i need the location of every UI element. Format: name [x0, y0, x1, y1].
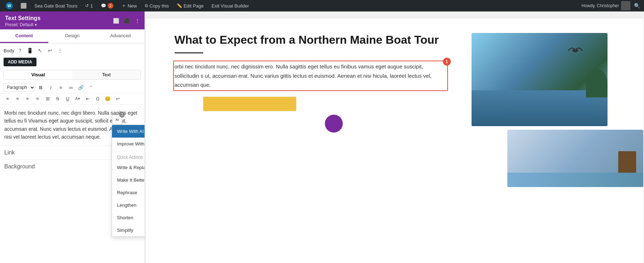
images-column — [457, 33, 629, 187]
left-panel: Text Settings Preset: Default ▾ ⬜ ⬛ ⋮ Co… — [0, 11, 145, 263]
rephrase-item[interactable]: Rephrase — [112, 186, 145, 199]
background-label: Background — [4, 163, 35, 169]
help-icon[interactable]: ? — [16, 46, 24, 55]
visual-tab[interactable]: Visual — [4, 70, 72, 79]
text-tab[interactable]: Text — [72, 70, 141, 79]
expand-icon[interactable]: ⬛ — [122, 16, 131, 25]
indent-left-btn[interactable]: ⇤ — [83, 94, 92, 103]
mobile-icon[interactable]: 📱 — [26, 46, 34, 55]
underline-btn[interactable]: U — [63, 94, 72, 103]
link-btn[interactable]: 🔗 — [76, 83, 86, 92]
yellow-bar — [203, 97, 296, 111]
emoji-btn[interactable]: 😊 — [103, 94, 112, 103]
align-left-btn[interactable]: ≡ — [3, 94, 12, 103]
undo2-btn[interactable]: ↩ — [113, 94, 122, 103]
ai-dropdown: Write With AI Improve With AI Quick Acti… — [112, 125, 145, 237]
bird-icon — [565, 44, 586, 61]
article-body: 1 orbi nec tincidunt nunc, nec dignissim… — [175, 62, 447, 90]
special-char-btn[interactable]: Ω — [93, 94, 102, 103]
top-bar-right: Howdy, Christopher 🔍 — [582, 1, 641, 10]
minimize-icon[interactable]: ⬜ — [112, 16, 120, 25]
wp-logo: W — [6, 2, 13, 9]
visual-text-tabs: Visual Text — [4, 70, 141, 80]
lengthen-item[interactable]: Lengthen — [112, 199, 145, 211]
trees-bg — [586, 69, 608, 97]
ordered-list-btn[interactable]: ≔ — [66, 83, 75, 92]
app-layout: Text Settings Preset: Default ▾ ⬜ ⬛ ⋮ Co… — [0, 11, 644, 263]
cursor-icon[interactable]: ↖ — [36, 46, 44, 55]
text-column: What to Expect from a Northern Maine Boa… — [175, 33, 457, 187]
table-btn[interactable]: ⊞ — [43, 94, 52, 103]
title-underline — [175, 52, 203, 53]
undo-icon[interactable]: ↩ — [46, 46, 54, 55]
align-center-btn[interactable]: ≡ — [13, 94, 22, 103]
top-bar: W Sea Gate Boat Tours ↺ 1 💬 2 ＋ New ⧉ Co… — [0, 0, 644, 11]
strikethrough-btn[interactable]: S — [53, 94, 62, 103]
more-options-icon[interactable]: ⋮ — [56, 46, 64, 55]
image-top — [472, 33, 608, 126]
water-reflection — [507, 173, 643, 187]
content-area: What to Expect from a Northern Maine Boa… — [146, 19, 643, 201]
copy-this-btn[interactable]: ⧉ Copy this — [142, 0, 172, 11]
quick-actions-label: Quick Actions — [112, 152, 145, 161]
format-toolbar2: ≡ ≡ ≡ ≡ ⊞ S U A▾ ⇤ Ω 😊 ↩ — [0, 94, 145, 105]
bold-btn[interactable]: B — [36, 83, 45, 92]
badge-2: 2 — [119, 112, 125, 118]
page-canvas: What to Expect from a Northern Maine Boa… — [146, 19, 643, 263]
blockquote-btn[interactable]: " — [86, 83, 96, 92]
write-with-ai-item[interactable]: Write With AI — [112, 125, 145, 138]
align-right-btn[interactable]: ≡ — [23, 94, 32, 103]
body-toolbar-row: Body ? 📱 ↖ ↩ ⋮ — [0, 43, 145, 56]
align-justify-btn[interactable]: ≡ — [33, 94, 42, 103]
ai-btn-container: AI 2 — [112, 115, 122, 125]
image-bottom — [507, 130, 643, 187]
edit-page-btn[interactable]: ✏️ Edit Page — [174, 0, 206, 11]
article-title: What to Expect from a Northern Maine Boa… — [175, 33, 447, 47]
add-media-button[interactable]: ADD MEDIA — [4, 58, 36, 66]
italic-btn[interactable]: I — [46, 83, 55, 92]
improve-with-ai-item[interactable]: Improve With AI — [112, 138, 145, 150]
make-it-better-item[interactable]: Make It Better — [112, 174, 145, 186]
tab-advanced[interactable]: Advanced — [96, 29, 145, 43]
site-name[interactable]: Sea Gate Boat Tours — [31, 0, 80, 11]
color-btn[interactable]: A▾ — [73, 94, 82, 103]
format-toolbar: Paragraph B I ≡ ≔ 🔗 " — [0, 82, 145, 94]
purple-circle — [325, 115, 343, 133]
write-replace-item[interactable]: Write & Replace — [112, 161, 145, 174]
tab-content[interactable]: Content — [0, 29, 48, 43]
body-label: Body — [4, 48, 14, 53]
revisions-btn[interactable]: ↺ 1 — [82, 0, 96, 11]
link-label: Link — [4, 149, 15, 156]
main-content: What to Expect from a Northern Maine Boa… — [145, 11, 644, 263]
more-icon[interactable]: ⋮ — [133, 16, 142, 25]
site-logo-btn[interactable] — [18, 0, 29, 11]
new-btn[interactable]: ＋ New — [118, 0, 140, 11]
paragraph-select[interactable]: Paragraph — [3, 83, 35, 92]
unordered-list-btn[interactable]: ≡ — [56, 83, 65, 92]
dropdown-divider — [112, 151, 145, 151]
user-avatar[interactable] — [621, 1, 630, 10]
comments-btn[interactable]: 💬 2 — [98, 0, 116, 11]
tab-design[interactable]: Design — [48, 29, 97, 43]
wp-logo-btn[interactable]: W — [3, 0, 16, 11]
panel-tabs: Content Design Advanced — [0, 29, 145, 43]
exit-builder-btn[interactable]: Exit Visual Builder — [209, 0, 252, 11]
search-icon[interactable]: 🔍 — [633, 1, 641, 10]
simplify-item[interactable]: Simplify — [112, 224, 145, 236]
shorten-item[interactable]: Shorten — [112, 211, 145, 224]
